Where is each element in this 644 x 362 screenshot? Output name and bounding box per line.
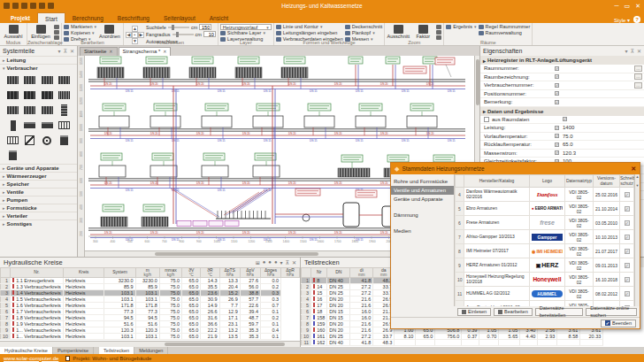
column-header[interactable]: DN xyxy=(327,268,350,278)
fangradius-slider[interactable] xyxy=(172,34,194,35)
close-icon[interactable]: ✕ xyxy=(635,0,640,12)
table-row[interactable]: 10161DN 2527.233.78.1065.0756.00.370.705… xyxy=(302,334,603,340)
quick-access-icon[interactable] xyxy=(4,3,10,9)
bottom-tab-teilstrecken[interactable]: Teilstrecken xyxy=(99,347,134,354)
schreibschutz-checkbox[interactable]: ✓ xyxy=(625,249,630,254)
sichtbare-layer-button[interactable]: Sichtbare Layer▾ xyxy=(220,30,272,35)
symbol-cell[interactable] xyxy=(57,119,72,131)
checkbox[interactable]: ✓ xyxy=(555,83,559,88)
catalog-row[interactable]: 5Ebro ArmaturenEBRO ARMATURENVDI 3805-02… xyxy=(456,202,634,216)
ribbon-tab-projekt[interactable]: Projekt xyxy=(4,12,37,23)
dialog-nav-dämmung[interactable]: Dämmung xyxy=(391,211,454,220)
column-header[interactable]: Nr xyxy=(311,268,327,278)
symbol-cell[interactable] xyxy=(22,119,37,131)
checkbox[interactable]: ✓ xyxy=(555,150,559,155)
regel-raumnummer-button[interactable]: Regel Raumnummer xyxy=(479,24,531,29)
checkbox[interactable]: ✓ xyxy=(563,117,567,121)
pin-icon[interactable]: ⊼ xyxy=(286,259,289,266)
symbol-cell[interactable] xyxy=(57,104,72,116)
anordnen-button[interactable]: Anordnen xyxy=(98,24,121,40)
checkbox[interactable]: ✓ xyxy=(555,74,559,79)
more-button[interactable]: … xyxy=(634,82,642,89)
document-tab-startseite[interactable]: Startseite✕ xyxy=(80,47,118,56)
symbol-cell[interactable] xyxy=(57,74,72,86)
sidebar-section-wärmeerzeuger[interactable]: ▸Wärmeerzeuger xyxy=(0,172,77,180)
dialog-column-header[interactable]: Logo xyxy=(530,175,565,188)
sidebar-section-geräte-und-apparate[interactable]: ▸Geräte und Apparate xyxy=(0,164,77,172)
table-row[interactable]: 51.6 VerbraucherkreisHeizkreis171.8171.8… xyxy=(1,303,300,309)
column-header[interactable]: Kreis xyxy=(63,268,104,278)
nudge-button[interactable]: ▪ xyxy=(132,32,138,38)
bottom-tab-meldungen[interactable]: Meldungen xyxy=(134,347,168,354)
dialog-column-header[interactable]: Versions-datum xyxy=(594,175,620,188)
help-icon[interactable]: ? xyxy=(633,16,640,23)
column-header[interactable]: System xyxy=(104,268,135,278)
quick-access-icon[interactable] xyxy=(21,3,27,9)
pin-icon[interactable]: ⊼ xyxy=(64,48,67,54)
sidebar-section-sonstiges[interactable]: ▸Sonstiges xyxy=(0,220,77,227)
symbol-cell[interactable] xyxy=(22,104,37,116)
close-icon[interactable]: ✕ xyxy=(631,166,636,173)
schreibschutz-checkbox[interactable]: ✓ xyxy=(625,277,630,282)
close-icon[interactable]: ✕ xyxy=(70,48,74,54)
symbol-cell[interactable] xyxy=(22,135,37,146)
catalog-row[interactable]: 7Afriso-Gampper 10/2013GampperVDI 3805-0… xyxy=(456,230,634,244)
column-header[interactable]: ΔpgeshPa xyxy=(260,268,280,278)
kopieren-button[interactable]: Kopieren▾ xyxy=(64,30,96,35)
checkbox[interactable]: ✓ xyxy=(555,91,559,96)
faktor-button[interactable]: Faktor xyxy=(411,24,434,40)
sidebar-section-ventile[interactable]: ▸Ventile xyxy=(0,188,77,196)
more-button[interactable]: … xyxy=(634,73,642,80)
sidebar-section-pumpen[interactable]: ▸Pumpen xyxy=(0,196,77,204)
column-header[interactable]: ϑV°C xyxy=(182,268,201,278)
symbol-cell[interactable] xyxy=(40,89,55,101)
column-header[interactable]: mmaxkg/h xyxy=(159,268,181,278)
nudge-button[interactable]: ▶ xyxy=(138,32,144,38)
plankopf-button[interactable]: Plankopf▾ xyxy=(345,30,383,35)
close-icon[interactable]: ✕ xyxy=(292,259,296,266)
column-header[interactable]: ΔpTShPa xyxy=(219,268,240,278)
layer-select[interactable]: Heizungsvorlauf▾ xyxy=(220,24,272,30)
export-icon[interactable]: ⊞ xyxy=(256,259,260,266)
auswahl-button[interactable]: Auswahl xyxy=(2,24,25,40)
symbol-cell[interactable] xyxy=(5,150,20,161)
suchtiefe-slider[interactable] xyxy=(168,27,189,28)
table-row[interactable]: 41.5 VerbraucherkreisHeizkreis103.1103.1… xyxy=(1,297,300,303)
datensaetze-online-suchen-button[interactable]: Datensätze online suchen xyxy=(586,308,637,316)
property-value[interactable]: 120.3 xyxy=(563,150,644,156)
panel-menu-icon[interactable]: ▾ xyxy=(625,48,628,54)
catalog-row[interactable]: 8IMI Heimeier 07/2017IMI HEIMEIERVDI 380… xyxy=(456,244,634,258)
ergebnis-button[interactable]: Ergebnis▾ xyxy=(446,24,476,29)
bottom-tab-hydraulische-kreise[interactable]: Hydraulische Kreise xyxy=(0,347,53,354)
symbol-cell[interactable] xyxy=(40,74,55,86)
symbol-cell[interactable] xyxy=(5,104,20,116)
property-section[interactable]: ▸Daten und Ergebnisse xyxy=(480,107,644,116)
symbol-cell[interactable] xyxy=(40,119,55,131)
panel-menu-icon[interactable]: ▾ xyxy=(58,48,61,54)
schreibschutz-checkbox[interactable]: ✓ xyxy=(625,220,630,226)
column-header[interactable]: ΔpVhPa xyxy=(240,268,260,278)
hydraulische-kreise-table[interactable]: Nr.KreisSystemmkg/hmmaxkg/hϑV°CϑR°CΔpTSh… xyxy=(0,267,300,340)
hersteller-katalog-table[interactable]: Hersteller/KatalogLogoDatensatztypVersio… xyxy=(455,174,634,306)
table-row[interactable]: 91... VerbraucherkreisHeizkreis120.3120.… xyxy=(1,327,300,334)
style-selector[interactable]: Style ▾ xyxy=(614,17,630,23)
checkbox[interactable] xyxy=(484,117,489,122)
symbol-cell[interactable] xyxy=(5,119,20,131)
close-tab-icon[interactable]: ✕ xyxy=(163,48,166,56)
zoom-out-icon[interactable] xyxy=(436,30,441,35)
table-row[interactable]: 21.3 VerbraucherkreisHeizkreis85.985.975… xyxy=(1,284,300,290)
quick-access-icon[interactable] xyxy=(48,3,54,9)
checkbox[interactable]: ✓ xyxy=(555,126,559,130)
ribbon-tab-beschriftung[interactable]: Beschriftung xyxy=(111,12,157,23)
sidebar-section-leitung[interactable]: ▸Leitung xyxy=(0,56,77,64)
linie-und-kontur-button[interactable]: Linie und Kontur▾ xyxy=(276,24,343,29)
fangradius-input[interactable] xyxy=(203,31,216,37)
catalog-row[interactable]: 6Frese ArmaturenfreseVDI 3805-0203.05.20… xyxy=(456,216,634,230)
checkbox[interactable]: ✓ xyxy=(555,100,559,104)
schreibschutz-checkbox[interactable]: ✓ xyxy=(625,206,630,212)
restore-icon[interactable]: ▭ xyxy=(625,0,631,12)
info-icon[interactable]: ● xyxy=(274,259,278,266)
close-tab-icon[interactable]: ✕ xyxy=(109,48,112,56)
quick-access-icon[interactable] xyxy=(39,3,45,9)
minimize-icon[interactable]: ─ xyxy=(615,0,619,12)
